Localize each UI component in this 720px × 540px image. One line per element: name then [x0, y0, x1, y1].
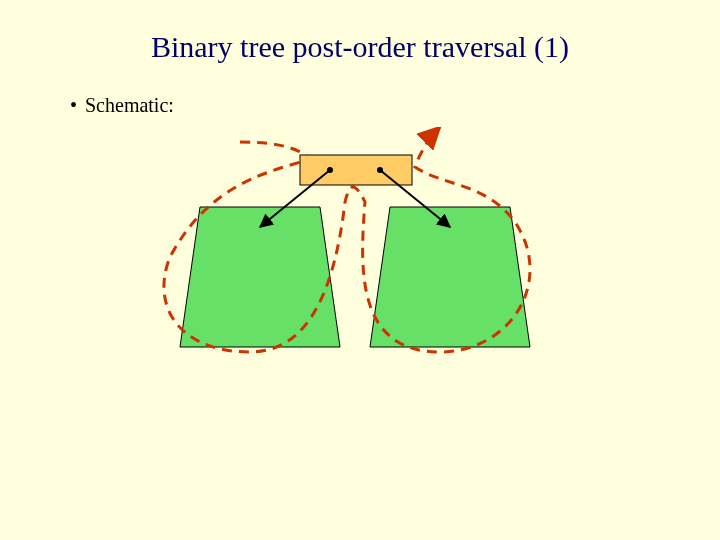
schematic-diagram	[140, 127, 580, 387]
bullet-text: Schematic:	[85, 94, 174, 116]
left-subtree	[180, 207, 340, 347]
bullet-dot-icon: •	[70, 94, 80, 117]
page-title: Binary tree post-order traversal (1)	[0, 0, 720, 64]
bullet-item: • Schematic:	[0, 64, 720, 117]
